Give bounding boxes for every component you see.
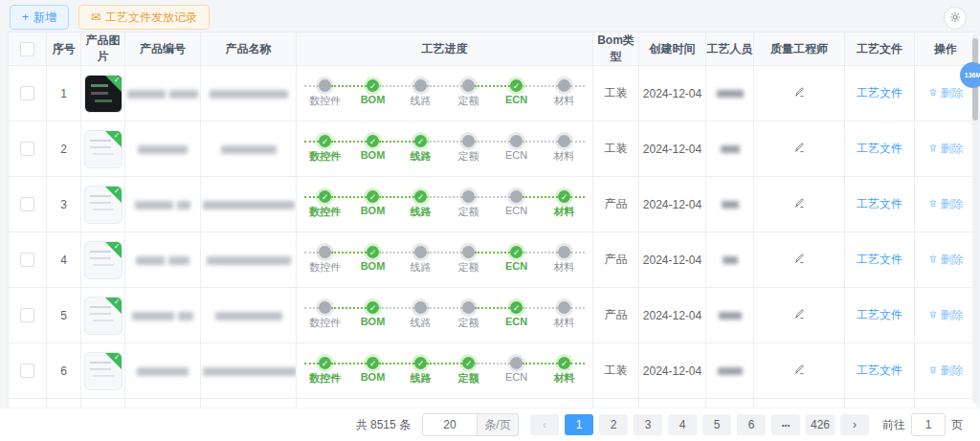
step-label: 定额 bbox=[458, 94, 479, 108]
step-node[interactable]: ✓线路 bbox=[414, 135, 427, 147]
page-size-suffix[interactable]: 条/页 bbox=[478, 413, 519, 436]
step-label: 材料 bbox=[554, 205, 575, 219]
step-node[interactable]: ✓BOM bbox=[367, 190, 379, 203]
step-node[interactable]: ✓线路 bbox=[414, 357, 427, 369]
cell-process-personnel bbox=[706, 66, 754, 121]
page-button[interactable]: 4 bbox=[668, 414, 697, 435]
memory-badge[interactable]: 136M bbox=[960, 62, 980, 88]
product-image[interactable]: ✓ bbox=[84, 297, 122, 335]
page-button[interactable]: 3 bbox=[634, 414, 662, 435]
prev-page-button[interactable]: ‹ bbox=[530, 414, 559, 435]
step-node[interactable]: ✓定额 bbox=[462, 357, 475, 369]
more-pages-button[interactable]: ••• bbox=[771, 414, 800, 435]
step-node[interactable]: 定额 bbox=[462, 190, 475, 203]
page-button[interactable]: 2 bbox=[599, 414, 628, 435]
step-node[interactable]: ✓数控件 bbox=[319, 190, 331, 203]
row-checkbox[interactable] bbox=[20, 253, 34, 267]
process-file-link[interactable]: 工艺文件 bbox=[857, 364, 902, 377]
step-node[interactable]: 线路 bbox=[414, 301, 427, 314]
step-node[interactable]: ECN bbox=[510, 190, 523, 203]
row-checkbox[interactable] bbox=[20, 197, 34, 211]
delete-button[interactable]: 删除 bbox=[928, 85, 964, 101]
page-button[interactable]: 1 bbox=[565, 414, 593, 435]
progress-stepper: 数控件✓BOM线路定额✓ECN材料 bbox=[297, 66, 592, 121]
table-settings-button[interactable] bbox=[944, 7, 967, 30]
cell-operations: 删除 bbox=[915, 121, 977, 177]
step-node[interactable]: ✓ECN bbox=[510, 301, 523, 314]
row-checkbox[interactable] bbox=[20, 364, 34, 378]
step-node[interactable]: 线路 bbox=[414, 246, 427, 258]
step-node[interactable]: 定额 bbox=[462, 135, 475, 147]
delete-button[interactable]: 删除 bbox=[928, 196, 964, 212]
step-node[interactable]: 材料 bbox=[558, 135, 570, 147]
delete-button[interactable]: 删除 bbox=[928, 252, 964, 268]
edit-pencil-icon[interactable] bbox=[793, 253, 806, 265]
process-file-link[interactable]: 工艺文件 bbox=[857, 142, 902, 155]
product-image[interactable]: ✓ bbox=[84, 186, 122, 224]
edit-pencil-icon[interactable] bbox=[793, 364, 806, 376]
step-node[interactable]: ECN bbox=[510, 135, 523, 147]
product-image[interactable]: ✓ bbox=[84, 408, 122, 408]
delete-button-label: 删除 bbox=[941, 307, 964, 323]
step-node[interactable]: 数控件 bbox=[319, 79, 331, 92]
delete-button[interactable]: 删除 bbox=[928, 363, 964, 379]
product-image[interactable]: ✓ bbox=[84, 352, 122, 390]
goto-page-input[interactable]: 1 bbox=[911, 413, 946, 436]
select-all-checkbox[interactable] bbox=[20, 42, 34, 56]
step-node[interactable]: ✓ECN bbox=[510, 79, 523, 92]
step-label: BOM bbox=[361, 205, 386, 216]
process-file-link[interactable]: 工艺文件 bbox=[857, 308, 902, 321]
step-node[interactable]: ECN bbox=[510, 357, 523, 369]
step-node[interactable]: 数控件 bbox=[319, 301, 331, 314]
step-node[interactable]: 定额 bbox=[462, 246, 475, 258]
product-image[interactable]: ✓ bbox=[84, 241, 122, 279]
last-page-button[interactable]: 426 bbox=[806, 414, 835, 435]
row-checkbox[interactable] bbox=[20, 308, 34, 322]
step-node[interactable]: ✓材料 bbox=[558, 357, 570, 369]
edit-pencil-icon[interactable] bbox=[793, 86, 806, 99]
row-checkbox[interactable] bbox=[20, 86, 34, 100]
step-node[interactable]: 线路 bbox=[414, 79, 427, 92]
column-header: Bom类型 bbox=[593, 33, 639, 66]
cell-process-file: 工艺文件 bbox=[845, 66, 915, 121]
step-node[interactable]: 材料 bbox=[558, 79, 570, 92]
table-row: 1✓数控件✓BOM线路定额✓ECN材料工装2024-12-04工艺文件删除 bbox=[9, 66, 977, 121]
vertical-scrollbar[interactable] bbox=[972, 34, 978, 404]
process-file-link[interactable]: 工艺文件 bbox=[857, 86, 902, 99]
process-file-record-button[interactable]: ✉ 工艺文件发放记录 bbox=[78, 5, 210, 30]
delete-button[interactable]: 删除 bbox=[928, 141, 964, 157]
product-image[interactable]: ✓ bbox=[84, 130, 122, 168]
process-file-link[interactable]: 工艺文件 bbox=[857, 253, 902, 266]
step-node[interactable]: ✓ECN bbox=[510, 246, 523, 258]
page-button[interactable]: 5 bbox=[702, 414, 731, 435]
page-button[interactable]: 6 bbox=[737, 414, 766, 435]
step-node[interactable]: 材料 bbox=[558, 301, 570, 314]
edit-pencil-icon[interactable] bbox=[793, 142, 806, 154]
next-page-button[interactable]: › bbox=[840, 414, 869, 435]
delete-button[interactable]: 删除 bbox=[928, 307, 964, 323]
step-node[interactable]: ✓数控件 bbox=[319, 135, 331, 147]
edit-pencil-icon[interactable] bbox=[793, 308, 806, 320]
step-node[interactable]: 材料 bbox=[558, 246, 570, 258]
step-node[interactable]: ✓数控件 bbox=[319, 357, 331, 369]
step-node[interactable]: ✓BOM bbox=[367, 246, 379, 258]
step-node[interactable]: ✓线路 bbox=[414, 190, 427, 203]
stepper-segment bbox=[570, 252, 585, 254]
cell-bom-type: 产品 bbox=[593, 288, 639, 343]
edit-pencil-icon[interactable] bbox=[793, 197, 806, 209]
step-node[interactable]: 数控件 bbox=[319, 246, 331, 258]
step-node[interactable]: ✓BOM bbox=[367, 301, 379, 314]
step-node[interactable]: 定额 bbox=[462, 301, 475, 314]
step-node[interactable]: 定额 bbox=[462, 79, 475, 92]
step-node[interactable]: ✓BOM bbox=[367, 79, 379, 92]
cell-quality-engineer bbox=[754, 288, 845, 343]
process-file-link[interactable]: 工艺文件 bbox=[857, 197, 902, 210]
step-node[interactable]: ✓材料 bbox=[558, 190, 570, 203]
row-checkbox[interactable] bbox=[20, 142, 34, 156]
product-image[interactable]: ✓ bbox=[84, 75, 122, 113]
step-node[interactable]: ✓BOM bbox=[367, 357, 379, 369]
cell-process-personnel bbox=[706, 232, 754, 288]
step-node[interactable]: ✓BOM bbox=[367, 135, 379, 147]
page-size-input[interactable]: 20 bbox=[422, 413, 478, 436]
add-button[interactable]: + 新增 bbox=[10, 5, 69, 30]
